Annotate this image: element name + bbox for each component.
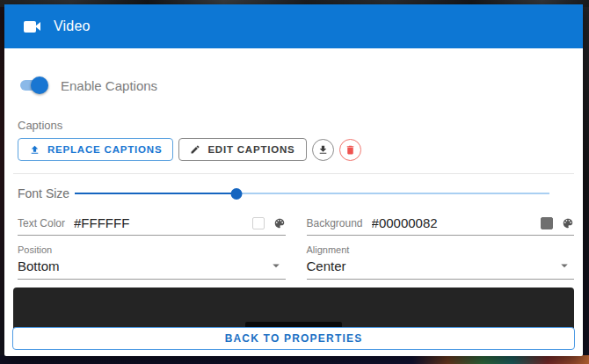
enable-captions-row: Enable Captions [18, 75, 574, 96]
palette-icon [562, 217, 574, 229]
videocam-icon [24, 21, 40, 33]
position-select[interactable]: Position Bottom [18, 244, 286, 280]
color-fields-row: Text Color Background [18, 215, 574, 236]
position-value: Bottom [18, 258, 60, 273]
alignment-value: Center [307, 258, 346, 273]
text-color-label: Text Color [18, 217, 65, 229]
captions-section-label: Captions [18, 119, 574, 132]
pencil-icon [190, 144, 200, 155]
alignment-label: Alignment [307, 244, 575, 255]
slider-thumb[interactable] [230, 188, 242, 200]
background-color-label: Background [307, 217, 363, 229]
palette-icon [273, 217, 286, 229]
font-size-label: Font Size [18, 186, 75, 200]
section-divider [13, 173, 574, 174]
slider-fill [75, 193, 236, 194]
background-color-input[interactable] [372, 215, 537, 230]
enable-captions-label: Enable Captions [61, 78, 157, 93]
background-color-field: Background [307, 215, 575, 236]
chevron-down-icon [268, 258, 284, 273]
dialog-title: Video [54, 18, 91, 34]
background-right-strip [582, 7, 589, 355]
background-bottom-strip [0, 355, 589, 364]
font-size-row: Font Size [18, 184, 574, 203]
enable-captions-toggle[interactable] [18, 76, 48, 94]
replace-captions-button[interactable]: REPLACE CAPTIONS [18, 138, 173, 161]
dialog-header: Video [4, 4, 583, 48]
background-color-picker-button[interactable] [562, 217, 574, 229]
font-size-slider[interactable] [75, 184, 549, 203]
text-color-field: Text Color [18, 215, 286, 236]
trash-icon [345, 144, 356, 156]
edit-captions-button[interactable]: EDIT CAPTIONS [178, 138, 306, 161]
background-color-swatch[interactable] [541, 217, 553, 229]
back-to-properties-button[interactable]: BACK TO PROPERTIES [12, 327, 575, 350]
toggle-thumb-icon [31, 76, 48, 94]
download-captions-button[interactable] [312, 139, 334, 161]
position-label: Position [18, 244, 286, 255]
text-color-swatch[interactable] [252, 217, 265, 229]
dialog-content: Enable Captions Captions REPLACE CAPTION… [4, 48, 583, 356]
alignment-select[interactable]: Alignment Center [307, 244, 575, 280]
text-color-input[interactable] [74, 215, 248, 230]
download-icon [317, 144, 329, 156]
captions-actions-row: REPLACE CAPTIONS EDIT CAPTIONS [18, 138, 574, 161]
video-properties-dialog: Video Enable Captions Captions REPLACE C… [4, 4, 583, 356]
upload-icon [29, 144, 40, 156]
select-fields-row: Position Bottom Alignment Center [18, 236, 574, 280]
chevron-down-icon [556, 258, 572, 273]
delete-captions-button[interactable] [339, 139, 361, 161]
text-color-picker-button[interactable] [273, 217, 286, 229]
